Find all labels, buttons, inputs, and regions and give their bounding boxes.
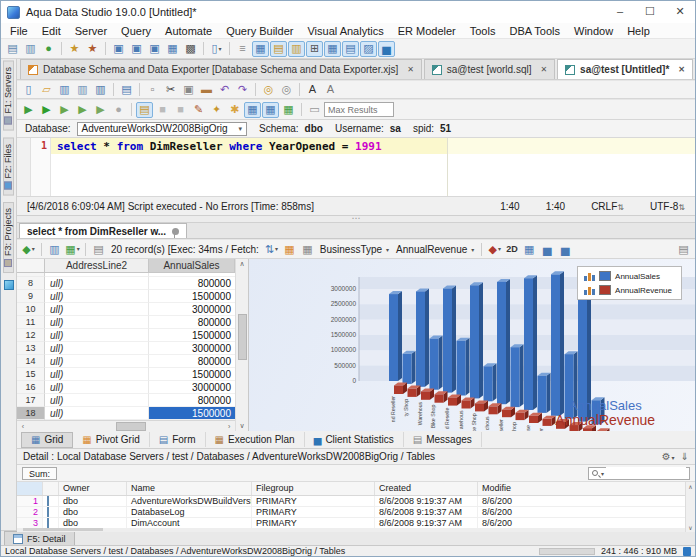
column-header-name[interactable]: Name [127,482,252,495]
scroll-track[interactable] [29,422,223,431]
database-combo[interactable]: AdventureWorksDW2008BigOrig ▾ [77,122,248,136]
pivot-icon[interactable]: ▦ [281,241,298,257]
cell[interactable]: DatabaseLog [127,507,252,517]
row-number-cell[interactable]: 18 [17,407,45,420]
menu-edit[interactable]: Edit [35,25,68,37]
paste-icon[interactable]: ▬ [198,82,215,98]
date-format-icon[interactable]: ▦ [299,241,316,257]
scroll-up-icon[interactable]: ∧ [239,260,244,268]
select-mode-icon[interactable]: ▫ [144,82,161,98]
register-server-group-icon[interactable]: ▥ [22,41,39,57]
address-cell[interactable]: ull) [45,316,149,329]
cell[interactable]: 8/6/2008 9:19:37 AM [375,518,478,528]
column-header-created[interactable]: Created [375,482,478,495]
row-number-cell[interactable]: 13 [17,342,45,355]
sidebar-tab-f3-projects[interactable]: F3: Projects [3,202,14,273]
toggle-pivot-window-icon[interactable]: ▦ [324,41,341,57]
code-area[interactable]: select * from DimReseller where YearOpen… [51,138,695,196]
annual-sales-cell[interactable]: 1500000 [149,407,235,420]
cell[interactable]: AdventureWorksDWBuildVersion [127,496,252,506]
redo-icon[interactable]: ↷ [234,82,251,98]
eol-mode-selector[interactable]: CRLF⇅ [591,201,624,212]
print-icon[interactable]: ▤ [118,82,135,98]
address-cell[interactable]: ull) [45,277,149,290]
annual-sales-cell[interactable]: 3000000 [149,342,235,355]
scroll-down-icon[interactable]: ∨ [688,524,692,531]
maximize-button[interactable]: ☐ [635,1,665,23]
cell[interactable]: 8/6/2008 9:19:37 AM [375,496,478,506]
pin-down-icon[interactable]: ⇓ [681,451,689,462]
max-results-input[interactable] [324,102,394,117]
column-header-modifie[interactable]: Modifie [478,482,695,495]
schema-browser-icon[interactable]: ▣ [128,41,145,57]
chart-save-icon[interactable]: ▅ [557,241,574,257]
tab-messages[interactable]: ▤Messages [404,432,482,447]
annual-sales-cell[interactable]: 1500000 [149,290,235,303]
split-window-icon[interactable]: ▦ [244,102,261,118]
stop-icon[interactable]: ● [110,102,127,118]
detail-search-box[interactable]: ▾ [588,467,690,480]
menu-dba-tools[interactable]: DBA Tools [502,25,567,37]
table-row[interactable]: 1dboAdventureWorksDWBuildVersionPRIMARY8… [17,496,695,507]
detail-search-input[interactable] [606,467,686,479]
scroll-thumb[interactable] [23,528,103,531]
detail-horizontal-scrollbar[interactable] [17,528,685,532]
print-results-icon[interactable]: ▤ [90,241,107,257]
cell[interactable]: dbo [59,518,127,528]
project-cube-icon[interactable] [4,280,14,290]
cut-icon[interactable]: ✂ [162,82,179,98]
cell[interactable] [43,507,59,517]
table-row[interactable]: 13ull)3000000 [17,342,235,355]
execute-batch-icon[interactable]: ▶ [92,102,109,118]
tab-grid[interactable]: ▦Grid [21,432,73,448]
document-tab[interactable]: sa@test [Untitled]*✕ [557,59,693,79]
annual-sales-cell[interactable]: 800000 [149,277,235,290]
minimize-button[interactable]: – [605,1,635,23]
address-cell[interactable]: ull) [45,342,149,355]
new-file-icon[interactable]: ▯ [20,82,37,98]
layout-icon[interactable]: ▤ [675,241,692,257]
cell[interactable]: dbo [59,496,127,506]
address-cell[interactable]: ull) [45,329,149,342]
column-header-owner[interactable]: Owner [59,482,127,495]
sort-icon[interactable]: ⇅▾ [263,241,280,257]
address-cell[interactable]: ull) [45,368,149,381]
toggle-files-window-icon[interactable]: ▤ [270,41,287,57]
column-header-filegroup[interactable]: Filegroup [252,482,375,495]
scroll-down-icon[interactable]: ∨ [239,422,244,430]
sidebar-tab-f1-servers[interactable]: F1: Servers [3,61,14,131]
register-server-icon[interactable]: ▤ [4,41,21,57]
annual-sales-cell[interactable]: 800000 [149,355,235,368]
table-row[interactable]: 10ull)3000000 [17,303,235,316]
business-type-combo[interactable]: BusinessType▾ [317,244,392,255]
legend-item[interactable]: AnnualRevenue [584,285,672,295]
row-number-cell[interactable]: 12 [17,329,45,342]
row-number-cell[interactable]: 11 [17,316,45,329]
table-row[interactable]: 11ull)800000 [17,316,235,329]
mode-2d-toggle[interactable]: 2D [506,244,518,254]
menu-visual-analytics[interactable]: Visual Analytics [300,25,390,37]
format-sql-icon[interactable]: ✎ [190,102,207,118]
gear-icon[interactable]: ⚙▾ [662,451,675,462]
query-analyzer-icon[interactable]: ▣ [110,41,127,57]
open-file-icon[interactable]: ▱ [38,82,55,98]
scroll-left-icon[interactable]: ‹ [17,423,29,430]
address-cell[interactable]: ull) [45,290,149,303]
connect-server-icon[interactable]: ● [40,41,57,57]
find-icon[interactable]: ◎ [260,82,277,98]
execute-edit-icon[interactable]: ▶ [56,102,73,118]
toggle-grid-window-icon[interactable]: ▦ [252,41,269,57]
cell[interactable]: DimAccount [127,518,252,528]
completion-icon[interactable]: ✱ [226,102,243,118]
save-all-icon[interactable]: ▥ [92,82,109,98]
chart-edit-icon[interactable]: ▦ [521,241,538,257]
annual-sales-cell[interactable]: 800000 [149,394,235,407]
close-tab-icon[interactable]: ✕ [678,65,685,74]
close-tab-icon[interactable]: ✕ [540,65,547,74]
cell[interactable]: 8/6/200 [478,518,695,528]
table-row[interactable]: 15ull)1500000 [17,368,235,381]
font-increase-icon[interactable]: A [304,82,321,98]
new-query-builder-icon[interactable]: ★ [84,41,101,57]
address-cell[interactable]: ull) [45,303,149,316]
cell[interactable]: PRIMARY [252,507,375,517]
